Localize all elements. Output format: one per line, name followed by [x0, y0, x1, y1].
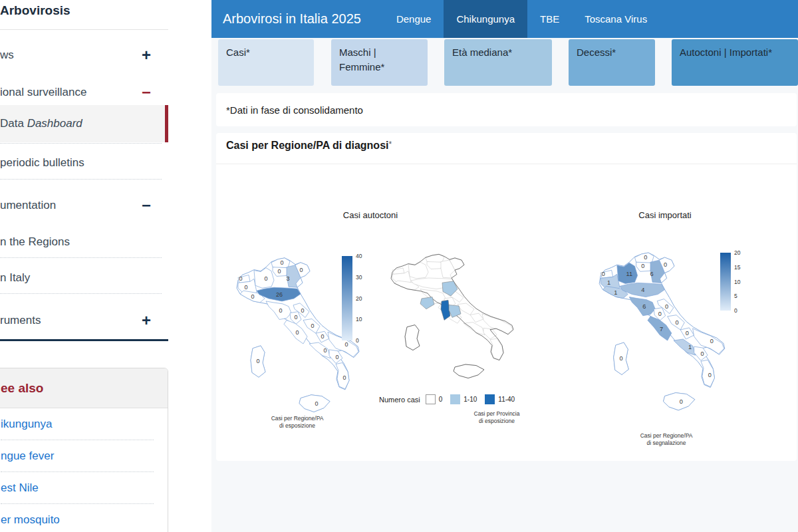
sidebar-item-label: ws: [0, 49, 14, 62]
see-also-links: ikungunyangue feverest Nileer mosquito: [0, 408, 168, 532]
legend-class-label: 0: [439, 396, 443, 403]
region-value-label: 0: [335, 354, 338, 360]
sidebar-item-ional-surveillance[interactable]: ional surveillance−: [0, 76, 168, 109]
sidebar-item-label-italic: Dashboard: [27, 117, 82, 130]
stat-card-decessi[interactable]: Decessi*: [569, 39, 655, 86]
colorbar-autoctoni: [342, 256, 352, 340]
sidebar-item-data-dashboard[interactable]: Data Dashboard: [0, 105, 168, 142]
province-map-legend: Numero casi01-1011-40: [379, 394, 523, 404]
colorbar-tick-label: 15: [734, 264, 740, 271]
region-value-label: 7: [660, 326, 663, 332]
region-value-label: 0: [280, 259, 283, 266]
colorbar-tick-label: 0: [734, 307, 737, 314]
map-title-importati: Casi importati: [638, 210, 691, 220]
region-value-label: 0: [342, 374, 346, 381]
region-value-label: 0: [680, 398, 683, 405]
tab-bar: DengueChikungunyaTBEToscana Virus: [384, 0, 660, 38]
see-also-box: ee also ikungunyangue feverest Nileer mo…: [0, 368, 168, 532]
sidebar-title: Arbovirosis: [0, 3, 70, 18]
region-value-label: 0: [619, 355, 622, 362]
sidebar-item-ws[interactable]: ws+: [0, 39, 168, 72]
region-value-label: 0: [321, 333, 324, 340]
tab-dengue[interactable]: Dengue: [384, 0, 444, 38]
stat-card-maschi-femmine[interactable]: Maschi | Femmine*: [331, 39, 428, 86]
legend-swatch: [485, 394, 495, 404]
see-also-link-er-mosquito[interactable]: er mosquito: [0, 504, 168, 532]
page: Arbovirosis ws+ional surveillance−Data D…: [0, 0, 798, 532]
map-caption-importati: Casi per Regione/PA di segnalazione: [640, 432, 693, 448]
region-value-label: 0: [641, 263, 644, 269]
colorbar-tick-label: 40: [356, 253, 362, 259]
sidebar-item-label: n Italy: [0, 271, 30, 285]
stat-card-autoctoni-importati[interactable]: Autoctoni | Importati*: [672, 39, 798, 86]
region-value-label: 0: [256, 358, 259, 365]
sidebar-bottom-rule: [0, 339, 168, 341]
sidebar-item-periodic-bulletins[interactable]: periodic bulletins: [0, 148, 168, 178]
legend-swatch: [450, 394, 460, 404]
sidebar-item-label: Data Dashboard: [0, 117, 82, 130]
sidebar-divider: [0, 29, 168, 30]
region-value-label: 0: [251, 293, 254, 300]
region-value-label: 0: [675, 319, 678, 326]
region-value-label: 0: [658, 311, 662, 317]
sidebar-item-divider: [0, 293, 162, 294]
map-caption-province: Casi per Provincia di esposizione: [474, 410, 520, 426]
sidebar-item-umentation[interactable]: umentation−: [0, 189, 168, 222]
stat-card-casi[interactable]: Casi*: [218, 39, 314, 86]
region-value-label: 0: [301, 307, 304, 314]
section-title: Casi per Regione/PA di diagnosi*: [226, 140, 392, 152]
dashboard-title: Arbovirosi in Italia 2025: [211, 11, 361, 27]
colorbar-tick-label: 20: [734, 249, 740, 256]
region-value-label: 0: [279, 307, 282, 314]
sidebar-item-label: periodic bulletins: [0, 156, 84, 170]
stat-card-et-mediana[interactable]: Età mediana*: [444, 39, 552, 86]
collapse-icon[interactable]: −: [142, 198, 151, 213]
note-text: *Dati in fase di consolidamento: [216, 104, 363, 116]
expand-icon[interactable]: +: [142, 47, 151, 63]
map-title-autoctoni: Casi autoctoni: [343, 210, 398, 220]
sidebar-item-n-italy[interactable]: n Italy: [0, 263, 168, 293]
region-value-label: 6: [650, 271, 654, 277]
tab-toscana-virus[interactable]: Toscana Virus: [572, 0, 660, 38]
section-title-asterisk: *: [388, 140, 392, 149]
see-also-link-ngue-fever[interactable]: ngue fever: [0, 440, 168, 471]
tab-chikungunya[interactable]: Chikungunya: [444, 0, 527, 38]
see-also-link-est-nile[interactable]: est Nile: [0, 472, 168, 503]
sidebar-item-divider: [0, 143, 162, 144]
region-value-label: 3: [286, 275, 289, 282]
see-also-link-ikungunya[interactable]: ikungunya: [0, 408, 168, 440]
region-value-label: 6: [642, 303, 646, 310]
tab-tbe[interactable]: TBE: [527, 0, 572, 38]
sidebar-item-ruments[interactable]: ruments+: [0, 305, 168, 336]
region-value-label: 0: [700, 350, 704, 357]
colorbar-tick-label: 10: [734, 279, 740, 285]
region-value-label: 0: [244, 284, 247, 291]
region-value-label: 0: [299, 267, 303, 273]
region-value-label: 0: [686, 330, 689, 336]
note-panel: *Dati in fase di consolidamento: [216, 93, 797, 126]
collapse-icon[interactable]: −: [142, 84, 151, 100]
region-value-label: 1: [688, 344, 692, 350]
dashboard-header: Arbovirosi in Italia 2025 DengueChikungu…: [211, 0, 798, 38]
region-value-label: 0: [602, 271, 605, 277]
colorbar-tick-label: 20: [356, 295, 362, 302]
sidebar-item-divider: [0, 257, 162, 258]
colorbar-tick-label: 30: [356, 274, 362, 281]
see-also-header: ee also: [0, 368, 168, 408]
region-value-label: 0: [665, 303, 668, 310]
region-value-label: 0: [295, 329, 299, 336]
expand-icon[interactable]: +: [142, 313, 151, 329]
see-also-title: ee also: [0, 381, 43, 396]
sidebar-item-divider: [0, 179, 162, 180]
legend-class-label: 11-40: [498, 396, 515, 403]
region-value-label: 0: [315, 400, 318, 407]
region-value-label: 0: [239, 275, 242, 282]
region-value-label: 0: [664, 261, 667, 268]
colorbar-tick-label: 0: [356, 337, 359, 344]
region-value-label: 11: [626, 271, 633, 277]
region-value-label: 1: [607, 279, 610, 286]
region-value-label: 0: [294, 315, 297, 321]
sidebar-item-label: ruments: [0, 314, 41, 327]
legend-swatch: [426, 394, 436, 404]
sidebar-item-n-the-regions[interactable]: n the Regions: [0, 227, 168, 257]
